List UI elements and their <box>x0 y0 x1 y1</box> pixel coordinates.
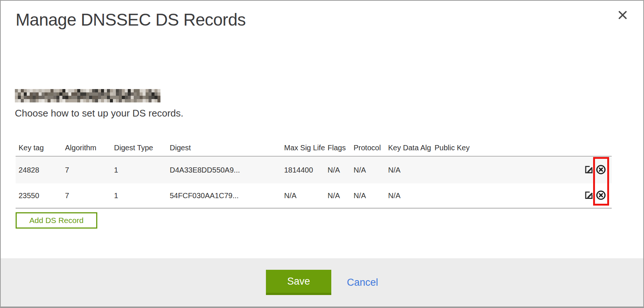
edit-record-button[interactable] <box>584 190 594 201</box>
page-title: Manage DNSSEC DS Records <box>16 10 245 30</box>
cell-protocol: N/A <box>351 191 385 200</box>
col-header-flags: Flags <box>325 144 351 152</box>
delete-record-button[interactable] <box>596 164 606 176</box>
cell-digest: 54FCF030AA1C79... <box>167 191 281 200</box>
cell-key-data-alg: N/A <box>385 191 432 200</box>
cell-key-data-alg: N/A <box>385 166 432 174</box>
ds-record-row: 23550 7 1 54FCF030AA1C79... N/A N/A N/A … <box>16 183 612 208</box>
edit-record-button[interactable] <box>584 164 594 176</box>
col-header-max-sig-life: Max Sig Life <box>281 144 325 152</box>
cell-digest-type: 1 <box>111 166 167 174</box>
domain-name-redacted <box>15 89 160 102</box>
delete-record-button[interactable] <box>596 190 606 201</box>
save-button[interactable]: Save <box>266 270 331 295</box>
cell-flags: N/A <box>325 191 351 200</box>
cell-key-tag: 24828 <box>16 166 62 174</box>
delete-icon <box>596 164 606 176</box>
cell-max-sig-life: N/A <box>281 191 325 200</box>
col-header-digest: Digest <box>167 144 281 152</box>
modal-footer: Save Cancel <box>1 258 643 307</box>
cell-algorithm: 7 <box>62 191 111 200</box>
table-header-row: Key tag Algorithm Digest Type Digest Max… <box>16 140 612 156</box>
cell-digest: D4A33E8DD550A9... <box>167 166 281 174</box>
cell-algorithm: 7 <box>62 166 111 174</box>
ds-records-table: Key tag Algorithm Digest Type Digest Max… <box>16 140 612 209</box>
cell-protocol: N/A <box>351 166 385 174</box>
cell-key-tag: 23550 <box>16 191 62 200</box>
close-button[interactable] <box>615 8 630 23</box>
delete-icon <box>596 190 606 201</box>
col-header-digest-type: Digest Type <box>111 144 167 152</box>
cell-flags: N/A <box>325 166 351 174</box>
col-header-protocol: Protocol <box>351 144 385 152</box>
col-header-public-key: Public Key <box>432 144 571 152</box>
edit-icon <box>584 190 594 201</box>
add-ds-record-button[interactable]: Add DS Record <box>16 212 97 229</box>
cell-max-sig-life: 1814400 <box>281 166 325 174</box>
cell-digest-type: 1 <box>111 191 167 200</box>
col-header-key-data-alg: Key Data Alg <box>385 144 432 152</box>
col-header-algorithm: Algorithm <box>62 144 111 152</box>
ds-record-row: 24828 7 1 D4A33E8DD550A9... 1814400 N/A … <box>16 157 612 183</box>
col-header-key-tag: Key tag <box>16 144 62 152</box>
manage-dnssec-modal: Manage DNSSEC DS Records Choose how to s… <box>0 0 644 308</box>
cancel-link[interactable]: Cancel <box>347 277 378 288</box>
edit-icon <box>584 164 594 176</box>
subtitle: Choose how to set up your DS records. <box>15 108 183 119</box>
close-icon <box>618 10 628 21</box>
